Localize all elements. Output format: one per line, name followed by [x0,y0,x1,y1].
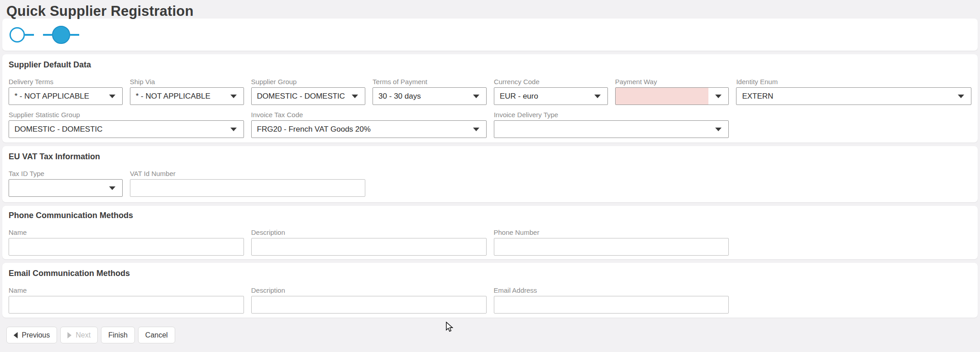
field-phone-name: Name [9,228,244,256]
selected-value: * - NOT APPLICABLE [14,92,89,101]
phone-number-input[interactable] [494,238,729,256]
supplier-group-select[interactable]: DOMESTIC - DOMESTIC [251,87,366,105]
field-invoice-delivery-type: Invoice Delivery Type [494,111,729,138]
field-label: Delivery Terms [9,78,123,86]
chevron-down-icon [352,95,358,98]
field-email-address: Email Address [494,286,729,314]
section-email-communication-methods: Email Communication Methods Name Descrip… [2,263,978,318]
step-1-connector [25,34,34,36]
field-label: Invoice Tax Code [251,111,487,119]
phone-name-input[interactable] [9,238,244,256]
chevron-down-icon [473,95,479,98]
field-label: Ship Via [130,78,244,86]
tax-id-type-select[interactable] [9,179,123,197]
chevron-down-icon [109,95,115,98]
chevron-down-icon [473,128,479,131]
finish-button[interactable]: Finish [101,327,135,343]
identity-enum-select[interactable]: EXTERN [736,87,971,105]
ship-via-select[interactable]: * - NOT APPLICABLE [130,87,244,105]
email-description-input[interactable] [251,296,487,314]
next-button-label: Next [76,331,91,339]
previous-button-label: Previous [22,331,50,339]
selected-value: DOMESTIC - DOMESTIC [257,92,345,101]
field-label: Identity Enum [736,78,971,86]
supplier-statistic-group-select[interactable]: DOMESTIC - DOMESTIC [9,120,244,138]
cancel-button[interactable]: Cancel [138,327,175,343]
field-label: Currency Code [494,78,608,86]
chevron-down-icon [230,95,237,98]
chevron-left-icon [14,332,18,338]
field-identity-enum: Identity Enum EXTERN [736,78,971,105]
field-label: Invoice Delivery Type [494,111,729,119]
step-1[interactable] [10,27,34,43]
chevron-down-icon [109,186,115,190]
selected-value: 30 - 30 days [378,92,421,101]
cancel-button-label: Cancel [145,331,168,339]
step-2-circle-icon [52,26,70,44]
section-title: EU VAT Tax Information [9,152,971,162]
chevron-right-icon [67,332,72,338]
section-title: Email Communication Methods [9,268,971,278]
previous-button[interactable]: Previous [6,327,57,343]
section-supplier-default-data: Supplier Default Data Delivery Terms * -… [2,54,978,143]
field-label: Supplier Group [251,78,366,86]
field-label: VAT Id Number [130,170,365,178]
chevron-down-icon [594,95,601,98]
selected-value: DOMESTIC - DOMESTIC [14,125,103,134]
field-label: Description [251,286,487,295]
phone-description-input[interactable] [251,238,487,256]
section-phone-communication-methods: Phone Communication Methods Name Descrip… [2,206,978,259]
email-name-input[interactable] [9,296,244,314]
selected-value: EXTERN [742,92,773,101]
field-label: Supplier Statistic Group [9,111,244,119]
finish-button-label: Finish [108,331,128,339]
selected-value: * - NOT APPLICABLE [136,92,210,101]
section-title: Supplier Default Data [9,60,971,70]
step-1-circle-icon [10,27,25,43]
field-payment-way: Payment Way [615,78,729,105]
chevron-down-icon [715,128,722,131]
field-terms-of-payment: Terms of Payment 30 - 30 days [373,78,487,105]
field-ship-via: Ship Via * - NOT APPLICABLE [130,78,244,105]
field-supplier-group: Supplier Group DOMESTIC - DOMESTIC [251,78,366,105]
field-label: Terms of Payment [373,78,487,86]
page-title: Quick Supplier Registration [0,0,980,19]
invoice-tax-code-select[interactable]: FRG20 - French VAT Goods 20% [251,120,487,138]
terms-of-payment-select[interactable]: 30 - 30 days [373,87,487,105]
field-currency-code: Currency Code EUR - euro [494,78,608,105]
next-button[interactable]: Next [60,327,98,343]
wizard-footer: Previous Next Finish Cancel [6,327,980,343]
step-2-connector-right [70,34,79,36]
delivery-terms-select[interactable]: * - NOT APPLICABLE [9,87,123,105]
step-2-connector-left [43,34,52,36]
field-label: Tax ID Type [9,170,123,178]
wizard-stepper [2,19,978,51]
field-label: Description [251,228,487,237]
field-tax-id-type: Tax ID Type [9,170,123,197]
section-title: Phone Communication Methods [9,210,971,220]
field-supplier-statistic-group: Supplier Statistic Group DOMESTIC - DOME… [9,111,244,138]
field-invoice-tax-code: Invoice Tax Code FRG20 - French VAT Good… [251,111,487,138]
invoice-delivery-type-select[interactable] [494,120,729,138]
field-vat-id-number: VAT Id Number [130,170,365,197]
field-label: Name [9,228,244,237]
field-label: Phone Number [494,228,729,237]
chevron-down-icon [958,95,964,98]
field-label: Name [9,286,244,295]
currency-code-select[interactable]: EUR - euro [494,87,608,105]
step-2[interactable] [43,26,79,44]
field-label: Email Address [494,286,729,295]
field-label: Payment Way [615,78,729,86]
field-phone-description: Description [251,228,487,256]
field-email-description: Description [251,286,487,314]
chevron-down-icon [715,95,722,98]
field-phone-number: Phone Number [494,228,729,256]
chevron-down-icon [230,128,237,131]
field-delivery-terms: Delivery Terms * - NOT APPLICABLE [9,78,123,105]
email-address-input[interactable] [494,296,729,314]
vat-id-number-input[interactable] [130,179,365,197]
field-email-name: Name [9,286,244,314]
selected-value: EUR - euro [500,92,538,101]
payment-way-select[interactable] [615,87,729,105]
section-eu-vat-tax-information: EU VAT Tax Information Tax ID Type VAT I… [2,146,978,202]
